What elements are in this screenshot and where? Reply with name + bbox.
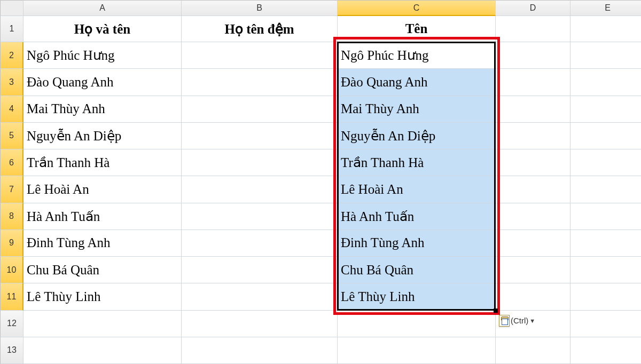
cell-E12[interactable] xyxy=(570,311,641,337)
cell-E1[interactable] xyxy=(570,16,641,42)
cell-A13[interactable] xyxy=(24,337,182,364)
cell-A4[interactable]: Mai Thùy Anh xyxy=(24,96,182,123)
row-header-4[interactable]: 4 xyxy=(0,96,24,123)
cell-A5[interactable]: Nguyễn An Diệp xyxy=(24,123,182,149)
cell-A2[interactable]: Ngô Phúc Hưng xyxy=(24,42,182,69)
cell-B6[interactable] xyxy=(182,149,338,176)
cell-E8[interactable] xyxy=(570,203,641,230)
row-header-1[interactable]: 1 xyxy=(0,16,24,42)
cell-A12[interactable] xyxy=(24,311,182,337)
cell-D11[interactable] xyxy=(496,283,570,310)
cell-B4[interactable] xyxy=(182,96,338,123)
column-header-E[interactable]: E xyxy=(570,0,641,16)
select-all-corner[interactable] xyxy=(0,0,24,16)
cell-A9[interactable]: Đinh Tùng Anh xyxy=(24,230,182,257)
row-header-10[interactable]: 10 xyxy=(0,257,24,283)
cell-A7[interactable]: Lê Hoài An xyxy=(24,176,182,203)
cell-E6[interactable] xyxy=(570,149,641,176)
column-header-D[interactable]: D xyxy=(496,0,570,16)
cell-C7[interactable]: Lê Hoài An xyxy=(338,176,496,203)
cell-E10[interactable] xyxy=(570,257,641,283)
cell-C5[interactable]: Nguyễn An Diệp xyxy=(338,123,496,149)
cell-E3[interactable] xyxy=(570,69,641,96)
cell-D9[interactable] xyxy=(496,230,570,257)
cell-B5[interactable] xyxy=(182,123,338,149)
cell-C8[interactable]: Hà Anh Tuấn xyxy=(338,203,496,230)
cell-D6[interactable] xyxy=(496,149,570,176)
cell-C10[interactable]: Chu Bá Quân xyxy=(338,257,496,283)
cell-B1[interactable]: Họ tên đệm xyxy=(182,16,338,42)
cell-B9[interactable] xyxy=(182,230,338,257)
cell-E5[interactable] xyxy=(570,123,641,149)
cell-A10[interactable]: Chu Bá Quân xyxy=(24,257,182,283)
cell-B7[interactable] xyxy=(182,176,338,203)
cell-D13[interactable] xyxy=(496,337,570,364)
row-header-12[interactable]: 12 xyxy=(0,311,24,337)
cell-D8[interactable] xyxy=(496,203,570,230)
row-header-2[interactable]: 2 xyxy=(0,42,24,69)
cell-E2[interactable] xyxy=(570,42,641,69)
cell-E11[interactable] xyxy=(570,283,641,310)
cell-D1[interactable] xyxy=(496,16,570,42)
cell-B2[interactable] xyxy=(182,42,338,69)
column-header-A[interactable]: A xyxy=(24,0,182,16)
cell-C9[interactable]: Đinh Tùng Anh xyxy=(338,230,496,257)
spreadsheet-grid[interactable]: ABCDE1Họ và tênHọ tên đệmTên2Ngô Phúc Hư… xyxy=(0,0,641,364)
row-header-6[interactable]: 6 xyxy=(0,149,24,176)
cell-A6[interactable]: Trần Thanh Hà xyxy=(24,149,182,176)
cell-A3[interactable]: Đào Quang Anh xyxy=(24,69,182,96)
cell-D10[interactable] xyxy=(496,257,570,283)
cell-B10[interactable] xyxy=(182,257,338,283)
cell-B12[interactable] xyxy=(182,311,338,337)
cell-E7[interactable] xyxy=(570,176,641,203)
cell-C13[interactable] xyxy=(338,337,496,364)
cell-C12[interactable] xyxy=(338,311,496,337)
cell-D5[interactable] xyxy=(496,123,570,149)
column-header-B[interactable]: B xyxy=(182,0,338,16)
cell-B11[interactable] xyxy=(182,283,338,310)
clipboard-icon xyxy=(499,315,510,327)
cell-C3[interactable]: Đào Quang Anh xyxy=(338,69,496,96)
cell-B13[interactable] xyxy=(182,337,338,364)
cell-C1[interactable]: Tên xyxy=(338,16,496,42)
row-header-5[interactable]: 5 xyxy=(0,123,24,149)
cell-A8[interactable]: Hà Anh Tuấn xyxy=(24,203,182,230)
cell-D4[interactable] xyxy=(496,96,570,123)
row-header-7[interactable]: 7 xyxy=(0,176,24,203)
cell-E4[interactable] xyxy=(570,96,641,123)
chevron-down-icon: ▼ xyxy=(529,318,535,324)
paste-options-smarttag[interactable]: (Ctrl) ▼ xyxy=(499,315,535,327)
row-header-9[interactable]: 9 xyxy=(0,230,24,257)
cell-B8[interactable] xyxy=(182,203,338,230)
row-header-8[interactable]: 8 xyxy=(0,203,24,230)
cell-E9[interactable] xyxy=(570,230,641,257)
cell-D3[interactable] xyxy=(496,69,570,96)
fill-handle[interactable] xyxy=(494,308,498,313)
column-header-C[interactable]: C xyxy=(338,0,496,16)
cell-C2[interactable]: Ngô Phúc Hưng xyxy=(338,42,496,69)
cell-B3[interactable] xyxy=(182,69,338,96)
cell-C4[interactable]: Mai Thùy Anh xyxy=(338,96,496,123)
row-header-3[interactable]: 3 xyxy=(0,69,24,96)
cell-E13[interactable] xyxy=(570,337,641,364)
ctrl-label: (Ctrl) xyxy=(511,316,528,325)
cell-A1[interactable]: Họ và tên xyxy=(24,16,182,42)
cell-A11[interactable]: Lê Thùy Linh xyxy=(24,283,182,310)
row-header-13[interactable]: 13 xyxy=(0,337,24,364)
row-header-11[interactable]: 11 xyxy=(0,283,24,310)
cell-C11[interactable]: Lê Thùy Linh xyxy=(338,283,496,310)
cell-C6[interactable]: Trần Thanh Hà xyxy=(338,149,496,176)
cell-D2[interactable] xyxy=(496,42,570,69)
cell-D7[interactable] xyxy=(496,176,570,203)
